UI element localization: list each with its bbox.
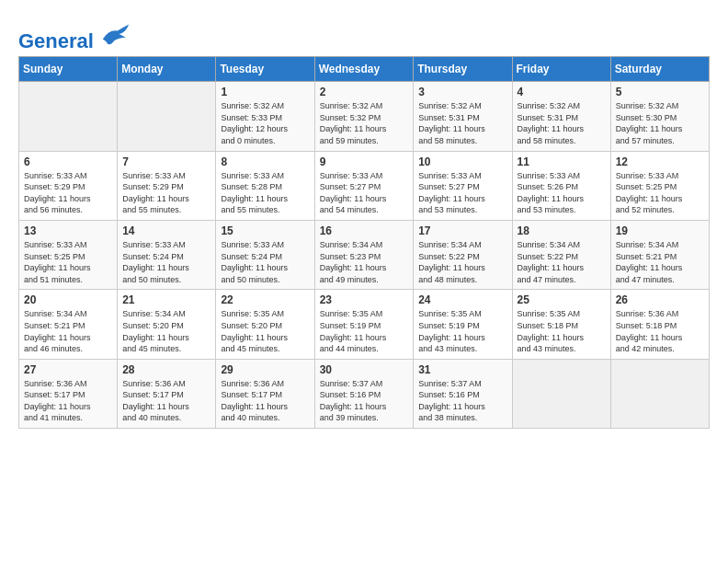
day-info: Sunrise: 5:33 AMSunset: 5:29 PMDaylight:… [24, 170, 112, 216]
day-number: 15 [221, 224, 309, 237]
calendar-cell [610, 359, 709, 428]
calendar-week-row: 1Sunrise: 5:32 AMSunset: 5:33 PMDaylight… [19, 82, 710, 151]
day-info: Sunrise: 5:33 AMSunset: 5:25 PMDaylight:… [616, 170, 704, 216]
header-friday: Friday [512, 57, 610, 82]
calendar-cell: 19Sunrise: 5:34 AMSunset: 5:21 PMDayligh… [610, 220, 709, 289]
calendar-cell: 26Sunrise: 5:36 AMSunset: 5:18 PMDayligh… [610, 290, 709, 359]
day-number: 8 [221, 155, 309, 168]
calendar-week-row: 27Sunrise: 5:36 AMSunset: 5:17 PMDayligh… [19, 359, 710, 428]
day-number: 10 [418, 155, 506, 168]
day-info: Sunrise: 5:34 AMSunset: 5:22 PMDaylight:… [418, 239, 506, 285]
calendar-header-row: SundayMondayTuesdayWednesdayThursdayFrid… [19, 57, 710, 82]
calendar-cell [512, 359, 610, 428]
day-info: Sunrise: 5:32 AMSunset: 5:31 PMDaylight:… [518, 100, 606, 146]
calendar-cell: 24Sunrise: 5:35 AMSunset: 5:19 PMDayligh… [414, 290, 512, 359]
day-number: 20 [24, 293, 112, 306]
calendar-cell: 12Sunrise: 5:33 AMSunset: 5:25 PMDayligh… [610, 151, 709, 220]
calendar-week-row: 13Sunrise: 5:33 AMSunset: 5:25 PMDayligh… [19, 220, 710, 289]
day-info: Sunrise: 5:36 AMSunset: 5:18 PMDaylight:… [616, 308, 704, 354]
calendar-cell [19, 82, 118, 151]
day-number: 21 [122, 293, 210, 306]
day-number: 19 [616, 224, 704, 237]
calendar-cell: 1Sunrise: 5:32 AMSunset: 5:33 PMDaylight… [216, 82, 314, 151]
calendar-cell [118, 82, 216, 151]
day-number: 17 [418, 224, 506, 237]
day-number: 13 [24, 224, 112, 237]
day-number: 24 [418, 293, 506, 306]
day-info: Sunrise: 5:34 AMSunset: 5:20 PMDaylight:… [122, 308, 210, 354]
day-info: Sunrise: 5:35 AMSunset: 5:19 PMDaylight:… [418, 308, 506, 354]
header-sunday: Sunday [19, 57, 118, 82]
day-info: Sunrise: 5:33 AMSunset: 5:26 PMDaylight:… [518, 170, 606, 216]
day-number: 1 [221, 86, 309, 98]
day-number: 26 [616, 293, 704, 306]
calendar-cell: 17Sunrise: 5:34 AMSunset: 5:22 PMDayligh… [414, 220, 512, 289]
day-number: 5 [616, 86, 704, 98]
day-number: 3 [418, 86, 506, 98]
day-number: 29 [221, 363, 309, 376]
day-info: Sunrise: 5:37 AMSunset: 5:16 PMDaylight:… [320, 378, 409, 424]
header-thursday: Thursday [414, 57, 512, 82]
calendar-cell: 20Sunrise: 5:34 AMSunset: 5:21 PMDayligh… [19, 290, 118, 359]
calendar-cell: 11Sunrise: 5:33 AMSunset: 5:26 PMDayligh… [512, 151, 610, 220]
calendar-cell: 22Sunrise: 5:35 AMSunset: 5:20 PMDayligh… [216, 290, 314, 359]
day-info: Sunrise: 5:36 AMSunset: 5:17 PMDaylight:… [122, 378, 210, 424]
day-info: Sunrise: 5:33 AMSunset: 5:27 PMDaylight:… [320, 170, 409, 216]
day-number: 30 [320, 363, 409, 376]
day-number: 27 [24, 363, 112, 376]
calendar-week-row: 6Sunrise: 5:33 AMSunset: 5:29 PMDaylight… [19, 151, 710, 220]
day-number: 7 [122, 155, 210, 168]
day-info: Sunrise: 5:34 AMSunset: 5:21 PMDaylight:… [616, 239, 704, 285]
day-number: 16 [320, 224, 409, 237]
calendar-cell: 9Sunrise: 5:33 AMSunset: 5:27 PMDaylight… [314, 151, 414, 220]
day-number: 23 [320, 293, 409, 306]
logo: General [18, 22, 131, 49]
header-saturday: Saturday [610, 57, 709, 82]
calendar-table: SundayMondayTuesdayWednesdayThursdayFrid… [18, 56, 710, 429]
day-number: 9 [320, 155, 409, 168]
day-info: Sunrise: 5:33 AMSunset: 5:28 PMDaylight:… [221, 170, 309, 216]
day-info: Sunrise: 5:34 AMSunset: 5:22 PMDaylight:… [518, 239, 606, 285]
day-info: Sunrise: 5:35 AMSunset: 5:18 PMDaylight:… [518, 308, 606, 354]
day-info: Sunrise: 5:35 AMSunset: 5:20 PMDaylight:… [221, 308, 309, 354]
calendar-cell: 18Sunrise: 5:34 AMSunset: 5:22 PMDayligh… [512, 220, 610, 289]
day-info: Sunrise: 5:36 AMSunset: 5:17 PMDaylight:… [24, 378, 112, 424]
calendar-cell: 23Sunrise: 5:35 AMSunset: 5:19 PMDayligh… [314, 290, 414, 359]
day-number: 6 [24, 155, 112, 168]
logo-text: General [18, 22, 131, 52]
calendar-cell: 29Sunrise: 5:36 AMSunset: 5:17 PMDayligh… [216, 359, 314, 428]
header-monday: Monday [118, 57, 216, 82]
page-header: General [18, 18, 710, 49]
day-info: Sunrise: 5:35 AMSunset: 5:19 PMDaylight:… [320, 308, 409, 354]
day-info: Sunrise: 5:32 AMSunset: 5:30 PMDaylight:… [616, 100, 704, 146]
day-number: 2 [320, 86, 409, 98]
calendar-cell: 7Sunrise: 5:33 AMSunset: 5:29 PMDaylight… [118, 151, 216, 220]
calendar-cell: 13Sunrise: 5:33 AMSunset: 5:25 PMDayligh… [19, 220, 118, 289]
day-number: 25 [518, 293, 606, 306]
day-info: Sunrise: 5:33 AMSunset: 5:24 PMDaylight:… [122, 239, 210, 285]
calendar-cell: 15Sunrise: 5:33 AMSunset: 5:24 PMDayligh… [216, 220, 314, 289]
calendar-cell: 10Sunrise: 5:33 AMSunset: 5:27 PMDayligh… [414, 151, 512, 220]
day-number: 14 [122, 224, 210, 237]
calendar-cell: 28Sunrise: 5:36 AMSunset: 5:17 PMDayligh… [118, 359, 216, 428]
calendar-cell: 6Sunrise: 5:33 AMSunset: 5:29 PMDaylight… [19, 151, 118, 220]
day-number: 18 [518, 224, 606, 237]
day-info: Sunrise: 5:33 AMSunset: 5:24 PMDaylight:… [221, 239, 309, 285]
header-tuesday: Tuesday [216, 57, 314, 82]
day-number: 11 [518, 155, 606, 168]
day-info: Sunrise: 5:34 AMSunset: 5:23 PMDaylight:… [320, 239, 409, 285]
day-info: Sunrise: 5:34 AMSunset: 5:21 PMDaylight:… [24, 308, 112, 354]
logo-bird-icon [101, 22, 131, 48]
day-number: 12 [616, 155, 704, 168]
calendar-cell: 4Sunrise: 5:32 AMSunset: 5:31 PMDaylight… [512, 82, 610, 151]
day-info: Sunrise: 5:32 AMSunset: 5:32 PMDaylight:… [320, 100, 409, 146]
calendar-cell: 2Sunrise: 5:32 AMSunset: 5:32 PMDaylight… [314, 82, 414, 151]
day-number: 4 [518, 86, 606, 98]
calendar-cell: 27Sunrise: 5:36 AMSunset: 5:17 PMDayligh… [19, 359, 118, 428]
calendar-week-row: 20Sunrise: 5:34 AMSunset: 5:21 PMDayligh… [19, 290, 710, 359]
day-number: 22 [221, 293, 309, 306]
day-info: Sunrise: 5:33 AMSunset: 5:25 PMDaylight:… [24, 239, 112, 285]
calendar-cell: 25Sunrise: 5:35 AMSunset: 5:18 PMDayligh… [512, 290, 610, 359]
calendar-cell: 31Sunrise: 5:37 AMSunset: 5:16 PMDayligh… [414, 359, 512, 428]
calendar-cell: 16Sunrise: 5:34 AMSunset: 5:23 PMDayligh… [314, 220, 414, 289]
